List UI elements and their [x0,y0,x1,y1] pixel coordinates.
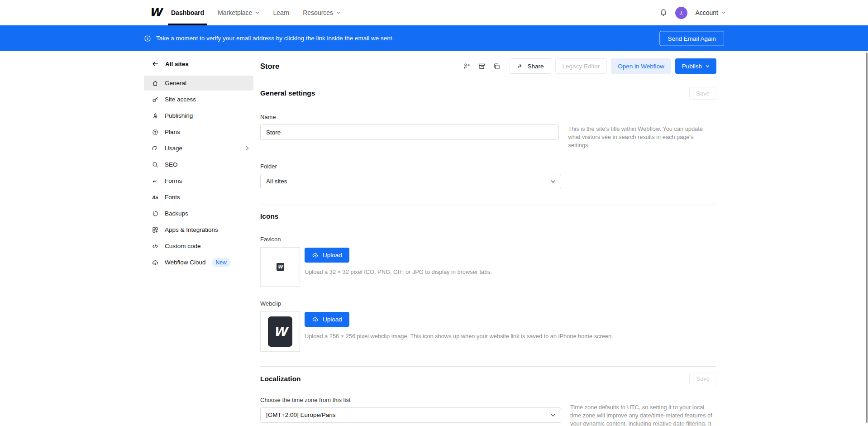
upload-icon [312,252,319,258]
share-button[interactable]: Share [510,58,551,74]
sidebar-item-custom-code[interactable]: Custom code [144,239,253,254]
vertical-scrollbar[interactable] [866,53,868,423]
back-to-all-sites[interactable]: All sites [144,60,253,67]
nav-item-dashboard[interactable]: Dashboard [171,0,204,25]
nav-item-marketplace[interactable]: Marketplace [218,0,259,25]
settings-sidebar: All sites General Site access Publishing… [144,60,253,271]
share-label: Share [528,63,544,70]
publish-button[interactable]: Publish [675,58,716,74]
folder-select[interactable]: All sites [260,174,561,189]
chevron-down-icon [721,11,725,14]
upload-label: Upload [323,316,342,323]
sidebar-item-webflow-cloud[interactable]: Webflow Cloud New [144,255,253,270]
chevron-down-icon [255,11,259,14]
sidebar-item-label: Custom code [165,243,201,249]
sidebar-item-apps-integrations[interactable]: Apps & Integrations [144,222,253,237]
webclip-upload-button[interactable]: Upload [305,312,349,327]
webclip-label: Webclip [260,300,716,307]
code-icon [152,243,159,250]
banner-message: Take a moment to verify your email addre… [144,35,394,42]
timezone-label: Choose the time zone from this list [260,397,716,403]
site-header: Store Share Legacy Editor Open in Webflo… [260,57,716,75]
key-icon [152,96,159,103]
rocket-icon [152,112,159,120]
sidebar-item-backups[interactable]: Backups [144,206,253,221]
chevron-down-icon [336,11,340,14]
sidebar-item-seo[interactable]: SEO [144,157,253,172]
section-divider [260,366,716,367]
sidebar-item-general[interactable]: General [144,76,253,91]
avatar[interactable]: J. [675,7,687,19]
bell-icon[interactable] [659,9,668,17]
name-help-text: This is the site's title within Webflow.… [568,124,716,149]
text-lines-icon [152,177,159,185]
sidebar-item-label: Site access [165,96,196,103]
account-menu[interactable]: Account [695,9,725,16]
general-settings-section: General settings Save Name This is the s… [260,87,716,189]
back-label: All sites [165,61,189,67]
open-in-webflow-button[interactable]: Open in Webflow [611,58,671,74]
sidebar-item-label: Fonts [165,194,180,201]
section-heading: Icons [260,212,278,220]
arrow-left-icon [152,60,159,67]
save-button[interactable]: Save [689,87,716,100]
legacy-editor-button[interactable]: Legacy Editor [555,58,607,74]
nav-item-learn[interactable]: Learn [273,0,289,25]
nav-item-resources[interactable]: Resources [303,0,340,25]
sidebar-item-usage[interactable]: Usage [144,141,253,156]
sidebar-item-site-access[interactable]: Site access [144,92,253,107]
primary-nav: Dashboard Marketplace Learn Resources [171,0,340,25]
sidebar-item-label: Usage [165,145,182,152]
Aa-icon: Aa [152,194,159,201]
favicon-preview: W [260,247,300,287]
svg-text:Aa: Aa [152,195,158,200]
send-email-again-button[interactable]: Send Email Again [659,31,724,46]
archive-icon[interactable] [478,62,486,70]
sidebar-item-forms[interactable]: Forms [144,173,253,188]
history-icon [152,210,159,217]
webclip-letter: W [274,325,287,339]
transfer-site-icon[interactable] [463,62,471,70]
section-heading: Localization [260,375,301,383]
upload-label: Upload [323,252,342,258]
name-label: Name [260,114,716,120]
site-name-input[interactable] [260,124,559,140]
sidebar-item-label: Publishing [165,112,193,119]
top-nav: W Dashboard Marketplace Learn Resources … [0,0,868,25]
chevron-down-icon [551,413,555,416]
sidebar-item-label: SEO [165,161,178,168]
timezone-select[interactable]: [GMT+2:00] Europe/Paris [260,407,561,423]
webclip-help-text: Upload a 256 × 256 pixel webclip image. … [305,332,613,341]
home-icon [152,80,159,87]
timezone-help-text: Time zone defaults to UTC, so setting it… [570,403,716,426]
site-toolbar [463,62,501,70]
magnifier-icon [152,161,159,168]
sidebar-item-publishing[interactable]: Publishing [144,108,253,123]
favicon-letter: W [277,264,282,269]
new-badge: New [212,258,231,267]
publish-label: Publish [682,63,702,70]
arrow-up-circle-icon [152,129,159,136]
nav-item-label: Resources [303,9,333,16]
duplicate-icon[interactable] [493,62,501,70]
favicon-help-text: Upload a 32 × 32 pixel ICO, PNG, GIF, or… [305,268,492,277]
webflow-logo[interactable]: W [149,6,162,19]
nav-item-label: Marketplace [218,9,252,16]
top-nav-right: J. Account [659,0,725,25]
save-button[interactable]: Save [689,373,716,385]
nav-item-label: Dashboard [171,9,204,16]
section-heading: General settings [260,89,315,97]
sidebar-item-label: Apps & Integrations [165,226,218,233]
section-divider [260,205,716,205]
sidebar-item-label: General [165,80,186,86]
chevron-down-icon [551,180,555,183]
chevron-right-icon [246,146,249,151]
banner-text: Take a moment to verify your email addre… [156,35,394,42]
icons-section: Icons Favicon W Upload Upload a 32 × 32 … [260,210,716,352]
favicon-upload-button[interactable]: Upload [305,248,349,263]
avatar-initials: J. [680,10,683,15]
sidebar-item-label: Plans [165,129,180,135]
sidebar-item-plans[interactable]: Plans [144,124,253,139]
share-arrow-icon [517,63,524,70]
sidebar-item-fonts[interactable]: Aa Fonts [144,190,253,205]
